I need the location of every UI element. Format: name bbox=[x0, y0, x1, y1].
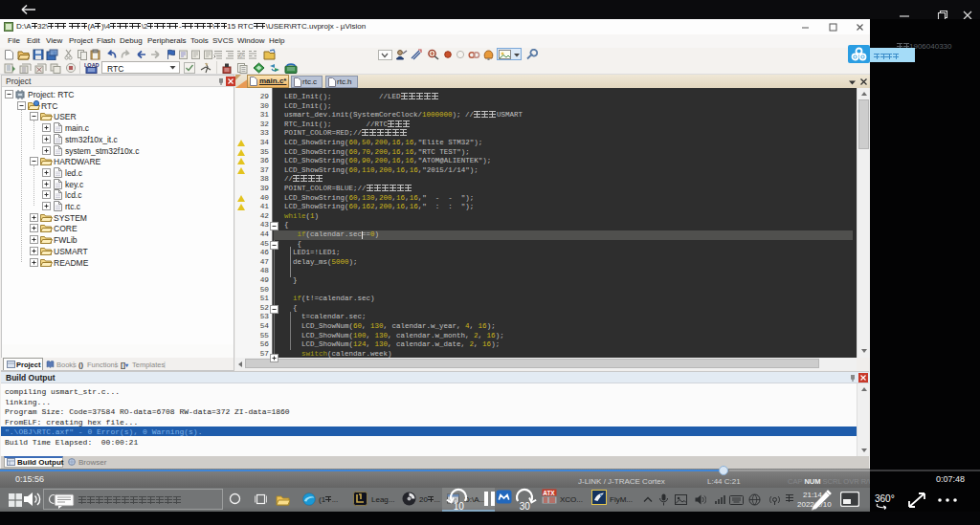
svg-text:10: 10 bbox=[454, 501, 465, 512]
svg-text:ATX: ATX bbox=[543, 490, 555, 496]
svg-text:30: 30 bbox=[520, 501, 531, 512]
svg-text:LOAD: LOAD bbox=[84, 62, 100, 68]
svg-text:360°: 360° bbox=[875, 493, 895, 504]
